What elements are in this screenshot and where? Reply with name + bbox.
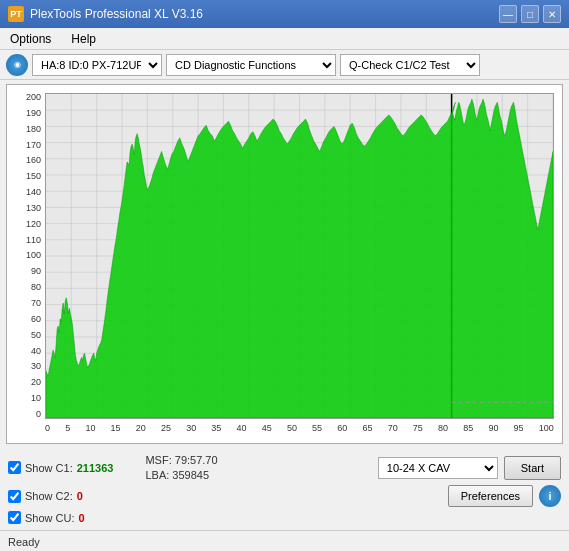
c1-value: 211363	[77, 462, 114, 474]
title-bar-left: PT PlexTools Professional XL V3.16	[8, 6, 203, 22]
y-label-120: 120	[26, 220, 41, 229]
close-button[interactable]: ✕	[543, 5, 561, 23]
y-label-80: 80	[31, 283, 41, 292]
x-label-5: 5	[65, 423, 70, 433]
y-label-100: 100	[26, 251, 41, 260]
y-label-50: 50	[31, 331, 41, 340]
y-label-190: 190	[26, 109, 41, 118]
x-label-40: 40	[237, 423, 247, 433]
minimize-button[interactable]: —	[499, 5, 517, 23]
c2-value: 0	[77, 490, 83, 502]
x-label-85: 85	[463, 423, 473, 433]
x-label-70: 70	[388, 423, 398, 433]
msf-label: MSF:	[145, 454, 174, 466]
x-label-60: 60	[337, 423, 347, 433]
y-label-20: 20	[31, 378, 41, 387]
lba-row: LBA: 359845	[145, 469, 217, 481]
right-controls: 10-24 X CAVMax X CAV4 X CLV8 X CLV Start	[378, 456, 561, 480]
x-label-55: 55	[312, 423, 322, 433]
x-label-0: 0	[45, 423, 50, 433]
y-label-0: 0	[36, 410, 41, 419]
c1-label: Show C1:	[25, 462, 73, 474]
x-label-15: 15	[111, 423, 121, 433]
title-bar: PT PlexTools Professional XL V3.16 — □ ✕	[0, 0, 569, 28]
chart-svg	[46, 94, 553, 418]
x-label-75: 75	[413, 423, 423, 433]
device-icon: ◉	[6, 54, 28, 76]
x-label-10: 10	[85, 423, 95, 433]
msf-lba-panel: MSF: 79:57.70 LBA: 359845	[145, 454, 217, 481]
x-axis: 0 5 10 15 20 25 30 35 40 45 50 55 60 65 …	[45, 419, 554, 443]
x-label-45: 45	[262, 423, 272, 433]
c2-cu-row: Show C2: 0 Preferences i	[8, 485, 561, 507]
x-label-100: 100	[539, 423, 554, 433]
y-label-200: 200	[26, 93, 41, 102]
lba-label: LBA:	[145, 469, 172, 481]
info-button[interactable]: i	[539, 485, 561, 507]
x-label-30: 30	[186, 423, 196, 433]
cu-checkbox[interactable]	[8, 511, 21, 524]
msf-value: 79:57.70	[175, 454, 218, 466]
msf-row: MSF: 79:57.70	[145, 454, 217, 466]
x-label-20: 20	[136, 423, 146, 433]
menu-help[interactable]: Help	[65, 30, 102, 48]
cu-label: Show CU:	[25, 512, 75, 524]
x-label-25: 25	[161, 423, 171, 433]
window-controls[interactable]: — □ ✕	[499, 5, 561, 23]
function-select[interactable]: CD Diagnostic Functions	[166, 54, 336, 76]
y-label-10: 10	[31, 394, 41, 403]
y-axis: 200 190 180 170 160 150 140 130 120 110 …	[7, 93, 45, 419]
speed-select[interactable]: 10-24 X CAVMax X CAV4 X CLV8 X CLV	[378, 457, 498, 479]
status-text: Ready	[8, 536, 40, 548]
cu-row-container: Show CU: 0	[8, 511, 561, 524]
lba-value: 359845	[172, 469, 209, 481]
y-label-30: 30	[31, 362, 41, 371]
x-label-35: 35	[211, 423, 221, 433]
y-label-180: 180	[26, 125, 41, 134]
y-label-110: 110	[26, 236, 41, 245]
y-label-40: 40	[31, 347, 41, 356]
chart-area: 200 190 180 170 160 150 140 130 120 110 …	[6, 84, 563, 444]
cu-value: 0	[79, 512, 85, 524]
status-bar: Ready	[0, 530, 569, 551]
device-select[interactable]: HA:8 ID:0 PX-712UF	[32, 54, 162, 76]
y-label-160: 160	[26, 156, 41, 165]
menu-options[interactable]: Options	[4, 30, 57, 48]
c2-row: Show C2: 0	[8, 490, 83, 503]
toolbar: ◉ HA:8 ID:0 PX-712UF CD Diagnostic Funct…	[0, 50, 569, 80]
stats-row: Show C1: 211363 MSF: 79:57.70 LBA: 35984…	[8, 454, 561, 481]
x-label-80: 80	[438, 423, 448, 433]
pref-info-row: Preferences i	[448, 485, 561, 507]
start-button[interactable]: Start	[504, 456, 561, 480]
x-label-65: 65	[362, 423, 372, 433]
app-icon: PT	[8, 6, 24, 22]
window-title: PlexTools Professional XL V3.16	[30, 7, 203, 21]
x-label-95: 95	[514, 423, 524, 433]
c1-checkbox[interactable]	[8, 461, 21, 474]
test-select[interactable]: Q-Check C1/C2 Test	[340, 54, 480, 76]
y-label-140: 140	[26, 188, 41, 197]
chart-canvas	[45, 93, 554, 419]
y-label-70: 70	[31, 299, 41, 308]
preferences-button[interactable]: Preferences	[448, 485, 533, 507]
cu-row: Show CU: 0	[8, 511, 85, 524]
y-label-170: 170	[26, 141, 41, 150]
y-label-60: 60	[31, 315, 41, 324]
x-label-90: 90	[488, 423, 498, 433]
y-label-130: 130	[26, 204, 41, 213]
bottom-panel: Show C1: 211363 MSF: 79:57.70 LBA: 35984…	[0, 448, 569, 530]
c2-label: Show C2:	[25, 490, 73, 502]
y-label-90: 90	[31, 267, 41, 276]
maximize-button[interactable]: □	[521, 5, 539, 23]
c2-checkbox[interactable]	[8, 490, 21, 503]
menu-bar: Options Help	[0, 28, 569, 50]
x-label-50: 50	[287, 423, 297, 433]
c1-row: Show C1: 211363	[8, 461, 113, 474]
y-label-150: 150	[26, 172, 41, 181]
